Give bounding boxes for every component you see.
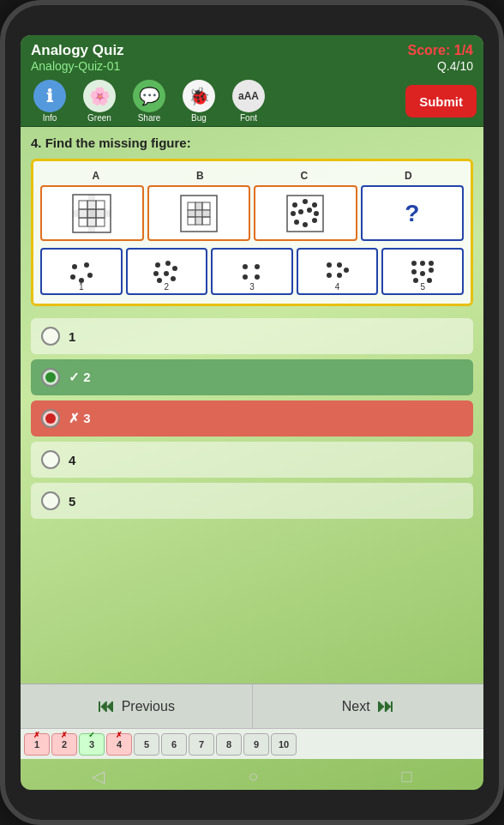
tracker-q5[interactable]: 5	[134, 733, 159, 756]
svg-point-24	[303, 199, 308, 204]
tracker-q7[interactable]: 7	[189, 733, 214, 756]
info-button[interactable]: ℹ Info	[27, 80, 72, 123]
svg-point-39	[165, 261, 171, 266]
dots-many-icon	[286, 195, 324, 232]
options-list: 1 ✓ 2 ✗ 3	[31, 318, 473, 519]
option-4[interactable]: 4	[31, 442, 473, 478]
svg-rect-20	[195, 217, 202, 225]
option-1-label: 1	[69, 329, 75, 344]
next-icon: ⏭	[377, 696, 394, 716]
tracker-q10[interactable]: 10	[271, 733, 297, 756]
question-text: 4. Find the missing figure:	[31, 135, 473, 150]
phone-bar: ◁ ○ □	[21, 759, 483, 790]
answer-cell-3: 3	[211, 248, 293, 295]
cell-num-1: 1	[42, 282, 121, 292]
plus-icon	[180, 195, 218, 232]
tracker-q1[interactable]: ✗ 1	[24, 733, 50, 756]
radio-inner-3	[45, 413, 56, 424]
radio-2	[41, 368, 60, 387]
analogy-figure: A B C D	[31, 159, 473, 306]
cell-c	[254, 185, 357, 241]
svg-point-46	[255, 264, 260, 269]
device: Analogy Quiz Score: 1/4 Analogy-Quiz-01 …	[0, 0, 504, 825]
col-a: A	[44, 170, 148, 182]
cell-b	[147, 185, 251, 241]
font-button[interactable]: aAA Font	[226, 80, 271, 123]
tracker-q2[interactable]: ✗ 2	[51, 733, 77, 756]
tracker-q3[interactable]: ✓ 3	[79, 733, 105, 756]
tracker-q9[interactable]: 9	[243, 733, 269, 756]
svg-point-37	[87, 273, 93, 278]
answer-cell-2: 2	[126, 248, 208, 295]
svg-rect-17	[195, 210, 202, 217]
answer-cell-4: 4	[297, 248, 379, 295]
tracker-q6[interactable]: 6	[161, 733, 187, 756]
svg-point-44	[171, 276, 176, 281]
svg-rect-7	[79, 218, 87, 226]
option-3[interactable]: ✗ 3	[31, 400, 473, 437]
svg-point-58	[420, 271, 425, 276]
svg-point-34	[84, 262, 89, 268]
svg-point-55	[420, 261, 425, 266]
tracker-mark-4: ✗	[116, 731, 123, 739]
svg-point-27	[298, 209, 303, 214]
cell-num-5: 5	[383, 282, 462, 292]
cross-grid-icon	[72, 194, 111, 233]
bug-label: Bug	[191, 113, 207, 123]
next-label: Next	[342, 699, 370, 714]
svg-point-53	[344, 268, 349, 273]
question-mark: ?	[405, 200, 419, 227]
svg-point-31	[303, 222, 308, 227]
svg-rect-13	[188, 202, 195, 210]
svg-point-23	[292, 202, 297, 208]
svg-point-33	[72, 264, 77, 269]
next-button[interactable]: Next ⏭	[253, 684, 484, 728]
svg-point-47	[243, 274, 248, 280]
previous-button[interactable]: ⏮ Previous	[21, 684, 253, 728]
col-b: B	[148, 170, 253, 182]
radio-3	[41, 409, 60, 428]
svg-point-42	[172, 266, 177, 271]
svg-point-38	[155, 262, 160, 268]
option-5-label: 5	[69, 494, 75, 509]
green-label: Green	[87, 113, 111, 123]
tracker-q4[interactable]: ✗ 4	[106, 733, 132, 756]
answer-cell-1: 1	[40, 248, 123, 295]
svg-point-50	[337, 262, 342, 268]
bug-button[interactable]: 🐞 Bug	[177, 80, 221, 123]
submit-button[interactable]: Submit	[405, 85, 477, 117]
green-button[interactable]: 🌸 Green	[77, 80, 122, 123]
recents-button[interactable]: □	[401, 767, 411, 786]
svg-point-45	[243, 264, 248, 269]
svg-point-54	[411, 261, 417, 266]
svg-point-30	[294, 220, 299, 225]
radio-1	[41, 327, 60, 346]
quiz-id: Analogy-Quiz-01	[31, 59, 120, 73]
option-1[interactable]: 1	[31, 318, 473, 354]
svg-point-26	[291, 211, 296, 216]
share-button[interactable]: 💬 Share	[127, 80, 171, 123]
svg-point-35	[70, 274, 75, 280]
tracker-mark-1: ✗	[33, 731, 40, 739]
option-2[interactable]: ✓ 2	[31, 359, 473, 395]
screen: Analogy Quiz Score: 1/4 Analogy-Quiz-01 …	[21, 35, 483, 790]
option-4-label: 4	[69, 453, 75, 467]
svg-point-56	[429, 261, 434, 266]
svg-point-51	[327, 273, 332, 278]
home-button[interactable]: ○	[248, 767, 258, 786]
option-5[interactable]: 5	[31, 483, 473, 519]
main-content: 4. Find the missing figure: A B C D	[21, 127, 483, 683]
previous-label: Previous	[122, 699, 175, 714]
cell-d: ?	[361, 185, 465, 241]
header: Analogy Quiz Score: 1/4 Analogy-Quiz-01 …	[21, 35, 483, 76]
bottom-row: 1 2	[40, 248, 464, 295]
bug-icon: 🐞	[183, 80, 215, 112]
answer-cell-5: 5	[381, 248, 464, 295]
back-button[interactable]: ◁	[92, 766, 105, 786]
radio-4	[41, 450, 60, 469]
tracker-q8[interactable]: 8	[216, 733, 242, 756]
svg-point-29	[314, 211, 319, 216]
app-title: Analogy Quiz	[31, 42, 124, 59]
svg-point-57	[411, 269, 417, 274]
share-icon: 💬	[133, 80, 165, 112]
